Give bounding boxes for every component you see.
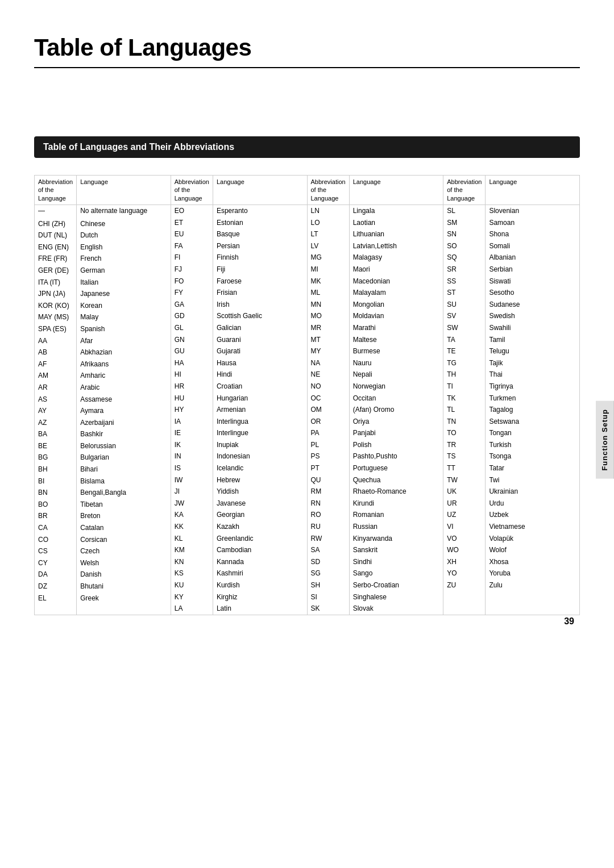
lang-cell-1-32: Kurdish	[213, 579, 307, 591]
lang-cell-2-33: Singhalese	[350, 591, 443, 603]
lang-cell-2-0: Lingala	[350, 205, 443, 217]
lang-cell-2-11: Maltese	[350, 334, 443, 346]
lang-cell-2-21: Pashto,Pushto	[350, 450, 443, 462]
lang-cell-1-10: Galician	[213, 322, 307, 334]
abbr-header-2: Abbreviationof theLanguage	[308, 176, 349, 205]
lang-cell-2-23: Quechua	[350, 474, 443, 486]
abbr-cell-1-6: FO	[171, 276, 213, 287]
lang-cell-1-16: Hungarian	[213, 393, 307, 404]
abbr-cell-0-10: MAY (MS)	[35, 311, 76, 323]
lang-cell-0-3: Dutch	[77, 229, 171, 241]
abbr-cell-3-25: UR	[443, 498, 485, 510]
lang-cell-0-5: French	[77, 253, 171, 265]
lang-cell-0-14: Afrikaans	[77, 358, 171, 370]
lang-col-3: LanguageSlovenianSamoanShonaSomaliAlbani…	[486, 176, 579, 615]
lang-col-2: LanguageLingalaLaotianLithuanianLatvian,…	[350, 176, 443, 615]
lang-cell-0-18: Aymara	[77, 405, 171, 417]
abbr-cell-0-30: CS	[35, 545, 76, 557]
abbr-cell-1-11: GN	[171, 334, 213, 346]
lang-cell-3-3: Somali	[486, 240, 579, 252]
abbr-cell-1-14: HI	[171, 369, 213, 381]
abbr-cell-2-14: NE	[308, 369, 349, 381]
function-setup-label: Function Setup	[596, 401, 614, 479]
abbr-cell-2-34: SK	[308, 603, 349, 615]
abbr-cell-3-17: TL	[443, 404, 485, 416]
abbr-col-3: Abbreviationof theLanguageSLSMSNSOSQSRSS…	[443, 176, 486, 615]
lang-cell-1-11: Guarani	[213, 334, 307, 346]
lang-cell-2-27: Russian	[350, 521, 443, 533]
lang-cell-3-9: Swedish	[486, 310, 579, 322]
abbr-cell-1-17: HY	[171, 404, 213, 416]
lang-cell-2-10: Marathi	[350, 322, 443, 334]
lang-cell-0-0: No alternate language	[77, 205, 171, 217]
lang-cell-0-13: Abkhazian	[77, 347, 171, 358]
abbr-cell-3-20: TR	[443, 439, 485, 451]
abbr-cell-0-7: ITA (IT)	[35, 277, 76, 289]
abbr-cell-3-28: VO	[443, 533, 485, 545]
lang-cell-2-8: Mongolian	[350, 299, 443, 311]
lang-header-0: Language	[77, 176, 171, 205]
lang-header-3: Language	[486, 176, 579, 205]
lang-cell-1-2: Basque	[213, 228, 307, 240]
lang-cell-0-20: Bashkir	[77, 428, 171, 440]
abbr-cell-3-29: WO	[443, 544, 485, 556]
abbr-cell-1-32: KU	[171, 579, 213, 591]
lang-cell-3-12: Telugu	[486, 345, 579, 357]
abbr-cell-2-16: OC	[308, 393, 349, 404]
lang-cell-0-9: Korean	[77, 300, 171, 312]
column-pair-1: Abbreviationof theLanguageEOETEUFAFIFJFO…	[171, 176, 308, 615]
lang-cell-0-33: Bhutani	[77, 581, 171, 592]
lang-cell-3-5: Serbian	[486, 264, 579, 276]
lang-cell-3-20: Turkish	[486, 439, 579, 451]
abbr-cell-0-11: SPA (ES)	[35, 323, 76, 335]
abbr-cell-1-4: FI	[171, 252, 213, 264]
lang-cell-0-6: German	[77, 265, 171, 277]
lang-cell-2-4: Malagasy	[350, 252, 443, 264]
abbr-cell-3-7: ST	[443, 287, 485, 299]
lang-cell-2-18: Oriya	[350, 416, 443, 428]
lang-cell-1-30: Kannada	[213, 556, 307, 568]
lang-cell-3-26: Uzbek	[486, 509, 579, 521]
lang-cell-0-23: Bihari	[77, 464, 171, 475]
lang-cell-0-32: Danish	[77, 569, 171, 581]
lang-cell-3-29: Wolof	[486, 544, 579, 556]
page: Table of Languages Table of Languages an…	[0, 0, 614, 649]
lang-cell-1-20: Inupiak	[213, 439, 307, 451]
lang-col-1: LanguageEsperantoEstonianBasquePersianFi…	[213, 176, 307, 615]
abbr-cell-3-5: SR	[443, 264, 485, 276]
abbr-cell-3-12: TE	[443, 345, 485, 357]
section-header: Table of Languages and Their Abbreviatio…	[34, 136, 580, 158]
lang-cell-0-22: Bulgarian	[77, 452, 171, 464]
abbr-cell-1-21: IN	[171, 450, 213, 462]
lang-cell-3-0: Slovenian	[486, 205, 579, 217]
lang-cell-0-10: Malay	[77, 311, 171, 323]
abbr-cell-3-19: TO	[443, 427, 485, 439]
page-title: Table of Languages	[34, 34, 580, 61]
abbr-cell-2-29: SA	[308, 544, 349, 556]
lang-cell-1-34: Latin	[213, 603, 307, 615]
abbr-cell-0-29: CO	[35, 534, 76, 546]
abbr-cell-3-15: TI	[443, 381, 485, 393]
abbr-cell-3-13: TG	[443, 357, 485, 369]
abbr-cell-3-26: UZ	[443, 509, 485, 521]
abbr-cell-0-17: AS	[35, 394, 76, 406]
abbr-cell-1-23: IW	[171, 474, 213, 486]
lang-cell-2-6: Macedonian	[350, 276, 443, 287]
abbr-cell-2-8: MN	[308, 299, 349, 311]
lang-cell-0-29: Corsican	[77, 534, 171, 546]
lang-cell-3-27: Vietnamese	[486, 521, 579, 533]
lang-cell-2-3: Latvian,Lettish	[350, 240, 443, 252]
lang-cell-2-13: Nauru	[350, 357, 443, 369]
lang-cell-0-17: Assamese	[77, 394, 171, 406]
lang-cell-0-26: Tibetan	[77, 499, 171, 511]
lang-cell-1-12: Gujarati	[213, 345, 307, 357]
abbr-cell-0-21: BE	[35, 440, 76, 452]
abbr-cell-0-18: AY	[35, 405, 76, 417]
lang-cell-3-31: Yoruba	[486, 567, 579, 579]
lang-cell-3-16: Turkmen	[486, 393, 579, 404]
lang-cell-1-26: Georgian	[213, 509, 307, 521]
lang-cell-0-7: Italian	[77, 277, 171, 289]
abbr-cell-1-20: IK	[171, 439, 213, 451]
lang-cell-3-6: Siswati	[486, 276, 579, 287]
abbr-cell-2-25: RN	[308, 498, 349, 510]
